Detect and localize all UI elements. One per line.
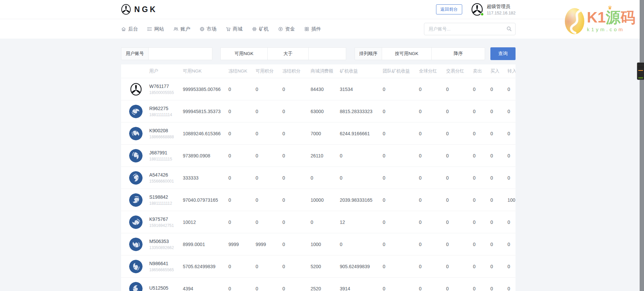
nav-item-mall[interactable]: 商城 xyxy=(226,26,243,32)
username: K975767 xyxy=(149,216,183,222)
nav-item-account[interactable]: 账户 xyxy=(173,26,190,32)
user-row[interactable]: A547426 15566660001 33333300000000000 xyxy=(121,166,516,189)
column-header: 可用积分 xyxy=(256,68,282,74)
user-row[interactable]: M506353 13350892662 8999.000199999999010… xyxy=(121,233,516,255)
user-phone: 18811111114 xyxy=(149,112,183,117)
cell-value: 0 xyxy=(490,153,507,158)
cell-value: 0 xyxy=(473,131,490,136)
ngk-logo-icon xyxy=(121,4,131,15)
user-table-card: 用户可用NGK冻结NGK可用积分冻结积分商城消费额矿机收益团队矿机收益全球分红交… xyxy=(121,64,516,291)
user-row[interactable]: R962275 18811111114 999945815.3537300063… xyxy=(121,100,516,122)
nav-item-label: 网站 xyxy=(154,26,164,32)
cell-value: 0 xyxy=(419,87,446,92)
column-header: 商城消费额 xyxy=(311,68,340,74)
cell-value: 0 xyxy=(256,175,282,181)
user-avatar-art xyxy=(129,215,143,229)
main-nav: 后台网站账户市场商城矿机资金插件 xyxy=(0,19,644,39)
user-row[interactable]: U512505 439400025203914000000 xyxy=(121,277,516,291)
query-button[interactable]: 查询 xyxy=(490,47,516,60)
column-header: 矿机收益 xyxy=(340,68,383,74)
cell-value: 97040.07973165 xyxy=(183,197,228,203)
cell-value: 0 xyxy=(507,87,516,92)
content-area: 用户账号 可用NGK 大于 排列顺序 按可用NGK 降序 查询 用户可用NGK冻… xyxy=(0,47,644,291)
sort-direction-select[interactable]: 降序 xyxy=(431,47,485,60)
user-row[interactable]: N986641 18656665565 5705.624998390005200… xyxy=(121,255,516,277)
cell-value: 0 xyxy=(282,175,311,181)
page-scrollbar-track[interactable] xyxy=(640,0,644,291)
admin-info[interactable]: 超级管理员 117.152.16.182 xyxy=(470,3,516,16)
user-phone: 15566660001 xyxy=(149,179,183,184)
cell-value: 0 xyxy=(340,242,383,247)
cell-value: 0 xyxy=(419,264,446,269)
nav-item-plugins[interactable]: 插件 xyxy=(304,26,321,32)
cell-value: 0 xyxy=(228,175,256,181)
nav-item-label: 资金 xyxy=(285,26,295,32)
user-row[interactable]: K975767 15916942751 10012000012000000 xyxy=(121,211,516,233)
cell-value: 5200 xyxy=(311,264,340,269)
username: M506353 xyxy=(149,239,183,244)
scrollbar-indicator-widget[interactable] xyxy=(637,62,644,80)
cell-value: 0 xyxy=(340,153,383,158)
column-header: 卖出 xyxy=(473,68,490,74)
account-filter-input[interactable] xyxy=(149,47,212,60)
cell-value: 0 xyxy=(446,220,473,225)
cell-value: 0 xyxy=(256,220,282,225)
cell-value: 0 xyxy=(490,175,507,181)
cell-value: 0 xyxy=(228,264,256,269)
user-avatar-art xyxy=(129,105,143,118)
cell-value: 4394 xyxy=(183,286,228,291)
cell-value: 10000 xyxy=(311,197,340,203)
user-row[interactable]: S198842 18811111112 97040.07973165000100… xyxy=(121,189,516,211)
cell-value: 0 xyxy=(419,197,446,203)
condition-field-select[interactable]: 可用NGK xyxy=(220,47,268,60)
user-avatar-art xyxy=(129,171,143,185)
nav-item-funds[interactable]: 资金 xyxy=(278,26,295,32)
cell-value: 0 xyxy=(507,175,516,181)
nav-item-dashboard[interactable]: 后台 xyxy=(121,26,138,32)
cell-value: 905.62499839 xyxy=(340,264,383,269)
user-phone: 15916942751 xyxy=(149,223,183,228)
cell-value: 0 xyxy=(446,264,473,269)
sort-field-select[interactable]: 按可用NGK xyxy=(382,47,432,60)
user-phone: 18500005555 xyxy=(149,90,183,95)
table-header-row: 用户可用NGK冻结NGK可用积分冻结积分商城消费额矿机收益团队矿机收益全球分红交… xyxy=(121,64,516,78)
cell-value: 0 xyxy=(446,286,473,291)
username: W761177 xyxy=(149,84,183,89)
nav-item-label: 插件 xyxy=(311,26,321,32)
cell-value: 10889246.615366 xyxy=(183,131,228,136)
cell-value: 0 xyxy=(256,197,282,203)
username: S198842 xyxy=(149,194,183,200)
nav-item-market[interactable]: 市场 xyxy=(200,26,216,32)
user-phone: 18656665565 xyxy=(149,268,183,272)
nav-item-miner[interactable]: 矿机 xyxy=(252,26,269,32)
cell-value: 0 xyxy=(282,286,311,291)
back-to-front-button[interactable]: 返回前台 xyxy=(436,4,462,14)
cell-value: 0 xyxy=(446,197,473,203)
account-filter-label: 用户账号 xyxy=(121,47,149,60)
nav-item-website[interactable]: 网站 xyxy=(147,26,164,32)
cell-value: 0 xyxy=(383,220,419,225)
cell-value: 0 xyxy=(473,286,490,291)
cell-value: 8815.28333323 xyxy=(340,109,383,114)
cell-value: 63000 xyxy=(311,109,340,114)
search-input[interactable] xyxy=(424,23,516,35)
users-icon xyxy=(173,27,178,32)
cell-value: 0 xyxy=(490,220,507,225)
user-avatar-art xyxy=(129,193,143,207)
condition-operator-select[interactable]: 大于 xyxy=(267,47,309,60)
user-row[interactable]: J687991 18811111115 973890.0908000261100… xyxy=(121,144,516,166)
username: J687991 xyxy=(149,150,183,155)
cell-value: 2520 xyxy=(311,286,340,291)
cell-value: 0 xyxy=(256,264,282,269)
home-icon xyxy=(121,27,126,32)
username: U512505 xyxy=(149,285,183,291)
admin-name: 超级管理员 xyxy=(487,4,516,10)
user-row[interactable]: K900208 18866668888 10889246.61536600070… xyxy=(121,122,516,144)
cell-value: 84430 xyxy=(311,87,340,92)
brand-name: NGK xyxy=(134,5,157,14)
column-header: 团队矿机收益 xyxy=(383,68,419,74)
search-icon[interactable] xyxy=(506,26,512,33)
condition-value-input[interactable] xyxy=(308,47,346,60)
user-row[interactable]: W761177 18500005555 999953385.0076600084… xyxy=(121,78,516,100)
cell-value: 12 xyxy=(340,220,383,225)
